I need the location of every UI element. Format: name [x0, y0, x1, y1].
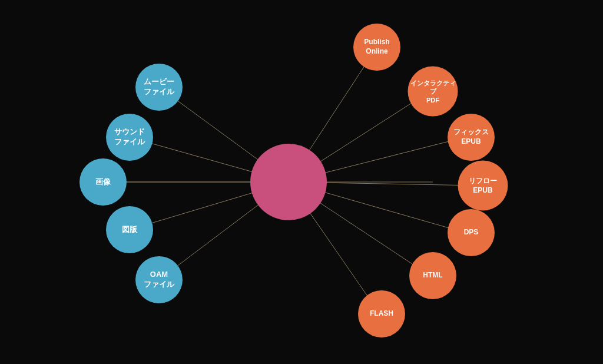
node-publish-label: PublishOnline — [364, 38, 389, 56]
node-figure: 図版 — [106, 206, 153, 253]
node-reflow-epub-label: リフローEPUB — [469, 176, 497, 194]
diagram: ムービーファイル サウンドファイル 画像 図版 OAMファイル PublishO… — [0, 0, 603, 364]
node-oam: OAMファイル — [135, 256, 183, 303]
node-sound-label: サウンドファイル — [114, 127, 145, 147]
node-fixed-epub-label: フィックスEPUB — [453, 128, 489, 146]
node-dps: DPS — [448, 209, 495, 256]
node-flash-label: FLASH — [370, 309, 393, 319]
node-publish: PublishOnline — [353, 24, 400, 71]
node-sound: サウンドファイル — [106, 114, 153, 161]
node-figure-label: 図版 — [122, 225, 137, 235]
node-fixed-epub: フィックスEPUB — [448, 114, 495, 161]
node-html: HTML — [409, 252, 456, 299]
node-flash: FLASH — [358, 290, 405, 337]
node-image-label: 画像 — [95, 177, 111, 187]
node-reflow-epub: リフローEPUB — [458, 161, 508, 211]
node-html-label: HTML — [423, 271, 442, 280]
node-movie: ムービーファイル — [135, 64, 183, 111]
node-pdf: インタラクティブPDF — [408, 67, 458, 117]
node-dps-label: DPS — [464, 228, 479, 237]
node-image: 画像 — [79, 158, 127, 206]
center-node — [250, 144, 327, 220]
node-pdf-label: インタラクティブPDF — [408, 79, 458, 104]
node-movie-label: ムービーファイル — [144, 77, 174, 97]
node-oam-label: OAMファイル — [144, 270, 174, 290]
